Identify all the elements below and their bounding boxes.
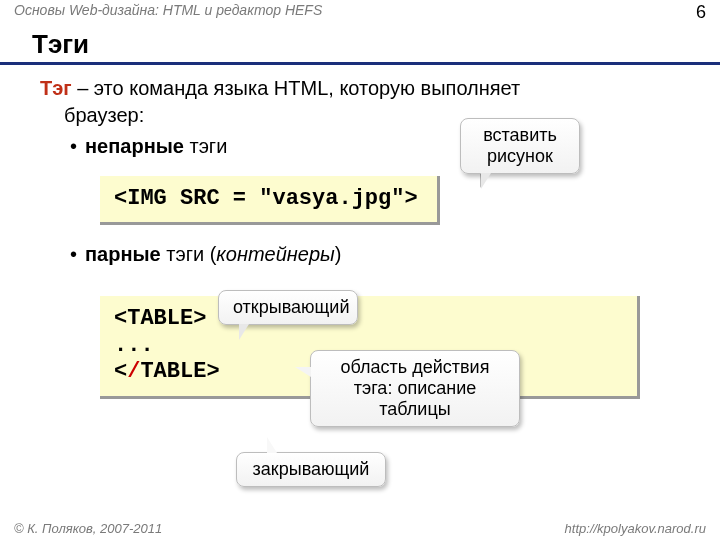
bullet-1-rest: тэги bbox=[184, 135, 227, 157]
c2-open-l: < bbox=[114, 306, 127, 331]
callout-tail-icon bbox=[481, 173, 491, 189]
callout-line: тэга: описание bbox=[325, 378, 505, 399]
callout-tail-icon bbox=[267, 437, 277, 453]
bullet-dot: • bbox=[70, 241, 77, 268]
term: Тэг bbox=[40, 77, 72, 99]
callout-tail-icon bbox=[239, 324, 249, 340]
title-block: Тэги bbox=[0, 23, 720, 60]
intro-line-2: браузер: bbox=[40, 102, 692, 129]
c2-close-slash: / bbox=[127, 359, 140, 384]
bullet-dot: • bbox=[70, 133, 77, 160]
page-number: 6 bbox=[696, 2, 706, 23]
intro-line: Тэг – это команда языка HTML, которую вы… bbox=[40, 75, 692, 102]
page-title: Тэги bbox=[32, 29, 720, 60]
bullet-2-rest: тэги ( bbox=[161, 243, 217, 265]
bullet-2-close: ) bbox=[335, 243, 342, 265]
code-box-1: <IMG SRC = "vasya.jpg"> bbox=[100, 176, 440, 225]
callout-closing-tag: закрывающий bbox=[236, 452, 386, 487]
callout-line: вставить bbox=[475, 125, 565, 146]
callout-line: область действия bbox=[325, 357, 505, 378]
callout-line: рисунок bbox=[475, 146, 565, 167]
callout-line: таблицы bbox=[325, 399, 505, 420]
c2-close-r: > bbox=[206, 359, 219, 384]
c2-mid: ... bbox=[114, 333, 154, 358]
bullet-2: • парные тэги (контейнеры) bbox=[40, 241, 692, 268]
course-name: Основы Web-дизайна: HTML и редактор HEFS bbox=[14, 2, 322, 23]
copyright: © К. Поляков, 2007-2011 bbox=[14, 521, 162, 536]
bullet-2-bold: парные bbox=[85, 243, 161, 265]
c2-open-name: TABLE bbox=[127, 306, 193, 331]
c2-close-name: TABLE bbox=[140, 359, 206, 384]
callout-tail-icon bbox=[295, 367, 311, 377]
callout-line: открывающий bbox=[233, 297, 343, 318]
bullet-2-ital: контейнеры bbox=[216, 243, 334, 265]
c2-close-l: < bbox=[114, 359, 127, 384]
callout-line: закрывающий bbox=[251, 459, 371, 480]
site-url: http://kpolyakov.narod.ru bbox=[565, 521, 706, 536]
bullet-1: • непарные тэги bbox=[40, 133, 692, 160]
callout-insert-image: вставить рисунок bbox=[460, 118, 580, 174]
c2-open-r: > bbox=[193, 306, 206, 331]
callout-opening-tag: открывающий bbox=[218, 290, 358, 325]
footer: © К. Поляков, 2007-2011 http://kpolyakov… bbox=[0, 521, 720, 536]
header: Основы Web-дизайна: HTML и редактор HEFS… bbox=[0, 0, 720, 23]
code-1-text: <IMG SRC = "vasya.jpg"> bbox=[114, 186, 418, 211]
intro-text-1: – это команда языка HTML, которую выполн… bbox=[72, 77, 521, 99]
callout-scope: область действия тэга: описание таблицы bbox=[310, 350, 520, 427]
bullet-1-bold: непарные bbox=[85, 135, 184, 157]
